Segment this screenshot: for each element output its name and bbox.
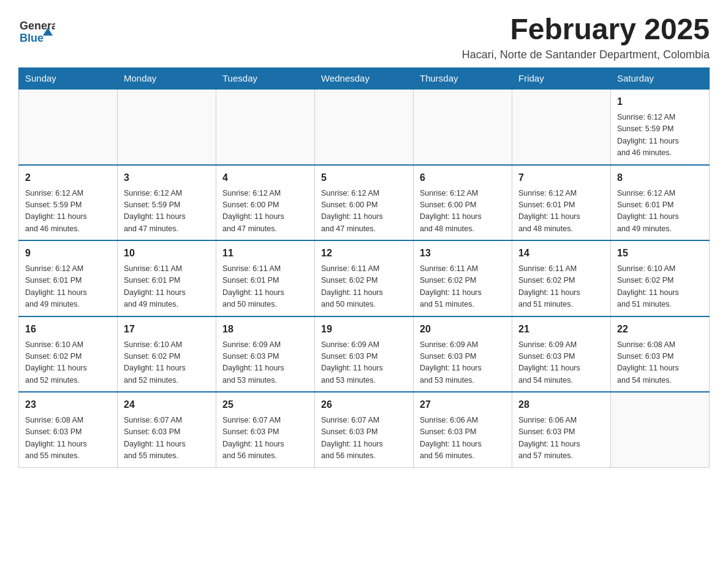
table-row: [19, 89, 118, 165]
calendar-header-row: Sunday Monday Tuesday Wednesday Thursday…: [19, 68, 710, 90]
day-info: Sunrise: 6:08 AMSunset: 6:03 PMDaylight:…: [617, 339, 703, 387]
day-info: Sunrise: 6:09 AMSunset: 6:03 PMDaylight:…: [321, 339, 407, 387]
table-row: 19Sunrise: 6:09 AMSunset: 6:03 PMDayligh…: [315, 316, 414, 393]
svg-text:General: General: [20, 20, 55, 32]
table-row: 13Sunrise: 6:11 AMSunset: 6:02 PMDayligh…: [414, 240, 512, 316]
calendar-week-row: 16Sunrise: 6:10 AMSunset: 6:02 PMDayligh…: [19, 316, 710, 393]
day-number: 3: [124, 170, 210, 185]
table-row: 10Sunrise: 6:11 AMSunset: 6:01 PMDayligh…: [118, 240, 216, 316]
calendar-week-row: 1Sunrise: 6:12 AMSunset: 5:59 PMDaylight…: [19, 89, 710, 165]
table-row: [216, 89, 315, 165]
day-number: 4: [222, 170, 308, 185]
day-number: 7: [518, 170, 604, 185]
day-info: Sunrise: 6:07 AMSunset: 6:03 PMDaylight:…: [124, 415, 210, 462]
day-info: Sunrise: 6:12 AMSunset: 6:00 PMDaylight:…: [222, 188, 308, 236]
col-tuesday: Tuesday: [216, 68, 315, 90]
day-info: Sunrise: 6:12 AMSunset: 5:59 PMDaylight:…: [617, 112, 703, 159]
day-info: Sunrise: 6:12 AMSunset: 5:59 PMDaylight:…: [124, 188, 210, 236]
table-row: [512, 89, 611, 165]
calendar-week-row: 23Sunrise: 6:08 AMSunset: 6:03 PMDayligh…: [19, 392, 710, 467]
day-number: 9: [25, 246, 111, 261]
day-number: 27: [420, 397, 506, 412]
day-info: Sunrise: 6:07 AMSunset: 6:03 PMDaylight:…: [321, 415, 407, 462]
day-number: 13: [420, 246, 506, 261]
day-number: 23: [25, 397, 111, 412]
day-number: 18: [222, 322, 308, 337]
day-info: Sunrise: 6:12 AMSunset: 6:01 PMDaylight:…: [25, 263, 111, 311]
day-number: 26: [321, 397, 407, 412]
day-number: 6: [420, 170, 506, 185]
location-title: Hacari, Norte de Santander Department, C…: [462, 48, 710, 61]
day-number: 24: [124, 397, 210, 412]
day-number: 28: [518, 397, 604, 412]
day-info: Sunrise: 6:12 AMSunset: 6:01 PMDaylight:…: [518, 188, 604, 236]
day-number: 22: [617, 322, 703, 337]
day-info: Sunrise: 6:12 AMSunset: 6:01 PMDaylight:…: [617, 188, 703, 236]
day-info: Sunrise: 6:11 AMSunset: 6:02 PMDaylight:…: [518, 263, 604, 311]
table-row: 18Sunrise: 6:09 AMSunset: 6:03 PMDayligh…: [216, 316, 315, 393]
table-row: 7Sunrise: 6:12 AMSunset: 6:01 PMDaylight…: [512, 165, 611, 241]
col-friday: Friday: [512, 68, 611, 90]
table-row: 23Sunrise: 6:08 AMSunset: 6:03 PMDayligh…: [19, 392, 118, 467]
day-info: Sunrise: 6:09 AMSunset: 6:03 PMDaylight:…: [518, 339, 604, 387]
calendar-week-row: 9Sunrise: 6:12 AMSunset: 6:01 PMDaylight…: [19, 240, 710, 316]
day-info: Sunrise: 6:10 AMSunset: 6:02 PMDaylight:…: [617, 263, 703, 311]
calendar-week-row: 2Sunrise: 6:12 AMSunset: 5:59 PMDaylight…: [19, 165, 710, 241]
day-number: 17: [124, 322, 210, 337]
table-row: 4Sunrise: 6:12 AMSunset: 6:00 PMDaylight…: [216, 165, 315, 241]
day-number: 10: [124, 246, 210, 261]
day-number: 1: [617, 94, 703, 109]
calendar-table: Sunday Monday Tuesday Wednesday Thursday…: [18, 67, 710, 468]
table-row: 21Sunrise: 6:09 AMSunset: 6:03 PMDayligh…: [512, 316, 611, 393]
table-row: 9Sunrise: 6:12 AMSunset: 6:01 PMDaylight…: [19, 240, 118, 316]
day-info: Sunrise: 6:11 AMSunset: 6:01 PMDaylight:…: [124, 263, 210, 311]
day-number: 8: [617, 170, 703, 185]
table-row: 1Sunrise: 6:12 AMSunset: 5:59 PMDaylight…: [611, 89, 710, 165]
table-row: 12Sunrise: 6:11 AMSunset: 6:02 PMDayligh…: [315, 240, 414, 316]
day-info: Sunrise: 6:10 AMSunset: 6:02 PMDaylight:…: [124, 339, 210, 387]
day-number: 16: [25, 322, 111, 337]
day-info: Sunrise: 6:06 AMSunset: 6:03 PMDaylight:…: [420, 415, 506, 462]
table-row: 20Sunrise: 6:09 AMSunset: 6:03 PMDayligh…: [414, 316, 512, 393]
table-row: 24Sunrise: 6:07 AMSunset: 6:03 PMDayligh…: [118, 392, 216, 467]
table-row: [315, 89, 414, 165]
day-info: Sunrise: 6:06 AMSunset: 6:03 PMDaylight:…: [518, 415, 604, 462]
day-info: Sunrise: 6:09 AMSunset: 6:03 PMDaylight:…: [222, 339, 308, 387]
title-section: February 2025 Hacari, Norte de Santander…: [462, 12, 710, 61]
day-number: 21: [518, 322, 604, 337]
table-row: 27Sunrise: 6:06 AMSunset: 6:03 PMDayligh…: [414, 392, 512, 467]
col-sunday: Sunday: [19, 68, 118, 90]
day-number: 20: [420, 322, 506, 337]
table-row: 25Sunrise: 6:07 AMSunset: 6:03 PMDayligh…: [216, 392, 315, 467]
day-info: Sunrise: 6:09 AMSunset: 6:03 PMDaylight:…: [420, 339, 506, 387]
day-info: Sunrise: 6:12 AMSunset: 5:59 PMDaylight:…: [25, 188, 111, 236]
day-info: Sunrise: 6:11 AMSunset: 6:02 PMDaylight:…: [420, 263, 506, 311]
svg-text:Blue: Blue: [20, 32, 44, 44]
month-title: February 2025: [462, 12, 710, 46]
table-row: 3Sunrise: 6:12 AMSunset: 5:59 PMDaylight…: [118, 165, 216, 241]
day-number: 11: [222, 246, 308, 261]
page-header: General Blue February 2025 Hacari, Norte…: [18, 12, 710, 61]
day-number: 25: [222, 397, 308, 412]
table-row: [414, 89, 512, 165]
day-number: 14: [518, 246, 604, 261]
table-row: 6Sunrise: 6:12 AMSunset: 6:00 PMDaylight…: [414, 165, 512, 241]
table-row: 22Sunrise: 6:08 AMSunset: 6:03 PMDayligh…: [611, 316, 710, 393]
day-info: Sunrise: 6:08 AMSunset: 6:03 PMDaylight:…: [25, 415, 111, 462]
table-row: 26Sunrise: 6:07 AMSunset: 6:03 PMDayligh…: [315, 392, 414, 467]
day-number: 12: [321, 246, 407, 261]
day-number: 19: [321, 322, 407, 337]
table-row: 2Sunrise: 6:12 AMSunset: 5:59 PMDaylight…: [19, 165, 118, 241]
table-row: 14Sunrise: 6:11 AMSunset: 6:02 PMDayligh…: [512, 240, 611, 316]
day-info: Sunrise: 6:10 AMSunset: 6:02 PMDaylight:…: [25, 339, 111, 387]
day-info: Sunrise: 6:11 AMSunset: 6:02 PMDaylight:…: [321, 263, 407, 311]
col-monday: Monday: [118, 68, 216, 90]
table-row: 8Sunrise: 6:12 AMSunset: 6:01 PMDaylight…: [611, 165, 710, 241]
col-saturday: Saturday: [611, 68, 710, 90]
day-info: Sunrise: 6:11 AMSunset: 6:01 PMDaylight:…: [222, 263, 308, 311]
day-info: Sunrise: 6:12 AMSunset: 6:00 PMDaylight:…: [420, 188, 506, 236]
table-row: 17Sunrise: 6:10 AMSunset: 6:02 PMDayligh…: [118, 316, 216, 393]
table-row: 16Sunrise: 6:10 AMSunset: 6:02 PMDayligh…: [19, 316, 118, 393]
col-thursday: Thursday: [414, 68, 512, 90]
table-row: [611, 392, 710, 467]
